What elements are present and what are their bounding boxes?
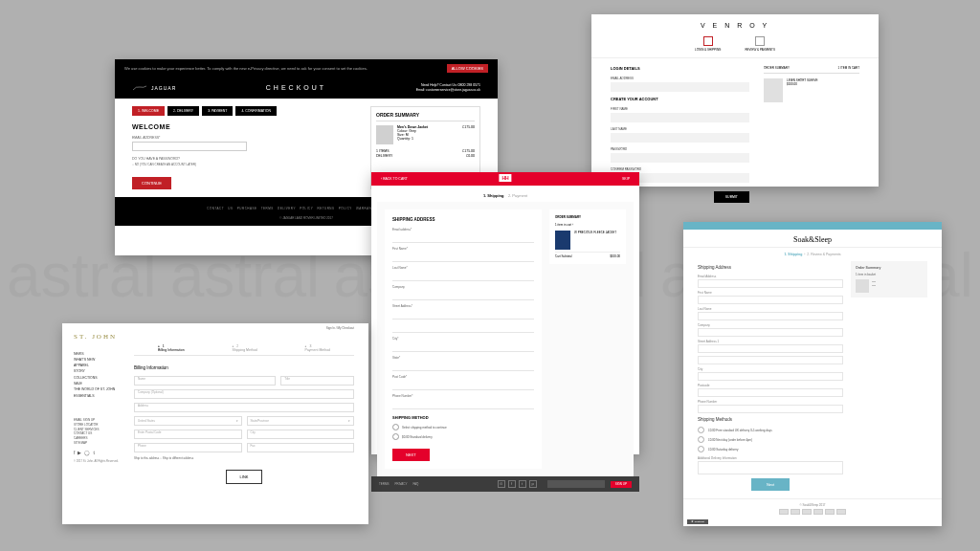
no-account-radio[interactable]: ○ NO (YOU CAN CREATE AN ACCOUNT LATER) <box>132 163 361 166</box>
checkout-title: CHECKOUT <box>266 84 326 91</box>
email-input[interactable] <box>698 279 843 288</box>
street2-input[interactable] <box>392 323 534 333</box>
facebook-icon[interactable]: f <box>508 480 516 488</box>
tab-review-payments[interactable]: REVIEW & PAYMENTS <box>745 36 775 52</box>
soak-sleep-checkout-screenshot: Soak&Sleep 1. Shipping › 2. Review & Pay… <box>683 222 942 526</box>
zip-input[interactable]: Enter Postal Code <box>134 430 242 439</box>
trustpilot-badge[interactable]: ★ Trustpilot <box>687 519 708 524</box>
title-input[interactable]: Title <box>280 376 354 386</box>
nav-item[interactable]: ESSENTIALS <box>74 393 129 399</box>
next-button[interactable]: NEXT <box>392 449 430 461</box>
link-button[interactable]: LINK <box>226 470 263 484</box>
skip-link[interactable]: SKIP <box>622 177 630 181</box>
street2-input[interactable] <box>698 356 843 364</box>
street1-input[interactable] <box>392 310 534 320</box>
phone-input[interactable] <box>392 400 534 409</box>
brand-color-bar <box>683 222 942 230</box>
phone-input[interactable] <box>698 405 843 413</box>
footer: © Soak&Sleep 2017 <box>683 498 942 518</box>
back-to-cart-link[interactable]: ‹ BACK TO CART <box>381 177 408 181</box>
cookie-bar: We use cookies to make your experience b… <box>115 59 498 77</box>
postcode-input[interactable] <box>392 381 534 390</box>
name-input[interactable]: Name <box>134 376 276 386</box>
phone-input[interactable]: Phone <box>134 443 242 452</box>
lastname-input[interactable] <box>611 133 749 143</box>
shipping-method-1[interactable]: Select shipping method to continue <box>392 424 534 430</box>
fax-input[interactable]: Fax <box>247 443 355 452</box>
step-payment[interactable]: 2. Payment <box>508 193 527 198</box>
instagram-icon[interactable]: ⊙ <box>498 480 505 488</box>
venroy-logo: V E N R O Y <box>591 22 879 29</box>
firstname-input[interactable] <box>392 253 534 262</box>
tab-shipping-method[interactable]: 2 Shipping Method <box>233 344 257 352</box>
subscribe-button[interactable]: SIGN UP <box>611 481 632 488</box>
twitter-icon[interactable]: t <box>519 480 526 488</box>
item-name: W PRECIOUS FLEECE JACKET <box>574 231 616 250</box>
password-question: DO YOU HAVE A PASSWORD? <box>132 157 361 161</box>
submit-button[interactable]: SUBMIT <box>714 191 749 203</box>
firstname-input[interactable] <box>611 113 749 122</box>
continue-button[interactable]: CONTINUE <box>132 177 171 189</box>
delivery-info-textarea[interactable] <box>698 461 843 474</box>
item-thumbnail <box>764 78 783 102</box>
sign-in-link[interactable]: Sign In / My Checkout <box>326 326 354 330</box>
item-price: £175.00 <box>462 125 475 144</box>
lastname-input[interactable] <box>392 272 534 281</box>
jaguar-leaper-icon <box>132 84 147 92</box>
state-input[interactable] <box>392 362 534 371</box>
email-input[interactable] <box>132 142 247 151</box>
email-input[interactable] <box>392 233 534 243</box>
step-payment[interactable]: 3. PAYMENT <box>202 106 233 116</box>
item-thumbnail <box>376 125 393 144</box>
shipping-method-2[interactable]: £0.00 Next day (order before 4pm) <box>698 436 843 443</box>
step-shipping[interactable]: 1. Shipping <box>784 253 802 256</box>
summary-heading: ORDER SUMMARY <box>764 66 790 70</box>
lastname-input[interactable] <box>698 312 843 320</box>
help-contact: Need Help? Contact Us: 0800 298 0571 Ema… <box>416 83 480 93</box>
tab-login-shipping[interactable]: LOGIN & SHIPPING <box>695 36 721 52</box>
item-thumbnail <box>856 279 869 293</box>
step-shipping[interactable]: 1. Shipping <box>483 193 504 198</box>
ship-to-radios[interactable]: Ship to this address ○ Ship to different… <box>134 456 354 460</box>
item-meta: Colour: Grey Size: M Quantity: 1 <box>397 129 428 141</box>
email-input[interactable] <box>611 82 749 92</box>
pinterest-icon[interactable]: p <box>529 480 537 488</box>
header: JAGUAR CHECKOUT Need Help? Contact Us: 0… <box>115 77 498 99</box>
create-account-heading: CREATE YOUR ACCOUNT <box>611 97 749 101</box>
step-review[interactable]: 2. Review & Payments <box>807 253 840 256</box>
tab-billing[interactable]: 1 Billing Information <box>158 344 185 352</box>
street1-input[interactable] <box>698 344 843 353</box>
state-select[interactable]: State/Province <box>247 416 355 426</box>
soak-sleep-logo: Soak&Sleep <box>683 230 942 248</box>
step-delivery[interactable]: 2. DELIVERY <box>167 106 199 116</box>
youtube-icon[interactable]: ▶ <box>78 449 81 456</box>
stjohn-checkout-screenshot: ST. JOHN NEWS WHAT'S NEW APPAREL STORY C… <box>62 323 368 524</box>
shipping-method-1[interactable]: £0.00 Free standard UK delivery 3-5 work… <box>698 427 843 433</box>
company-input[interactable] <box>698 328 843 337</box>
firstname-input[interactable] <box>698 296 843 304</box>
city-input[interactable]: City <box>247 430 355 439</box>
country-select[interactable]: United States <box>134 416 242 426</box>
next-button[interactable]: Next <box>751 478 790 491</box>
cookie-text: We use cookies to make your experience b… <box>124 66 368 71</box>
address-input[interactable]: Address <box>134 403 354 412</box>
tab-payment-method[interactable]: 3 Payment Method <box>305 344 330 352</box>
city-input[interactable] <box>392 342 534 352</box>
sidebar-nav: ST. JOHN NEWS WHAT'S NEW APPAREL STORY C… <box>62 323 129 524</box>
step-welcome[interactable]: 1. WELCOME <box>132 106 165 116</box>
shipping-method-2[interactable]: $0.00 Standard delivery <box>392 433 534 440</box>
city-input[interactable] <box>698 372 843 381</box>
password-input[interactable] <box>611 153 749 163</box>
twitter-icon[interactable]: t <box>93 449 94 456</box>
shipping-method-3[interactable]: £0.00 Saturday delivery <box>698 446 843 452</box>
welcome-heading: WELCOME <box>132 123 361 130</box>
instagram-icon[interactable]: ◯ <box>84 449 90 456</box>
step-confirmation[interactable]: 4. CONFIRMATION <box>235 106 277 116</box>
company-input[interactable] <box>392 291 534 300</box>
allow-cookies-button[interactable]: ALLOW COOKIES <box>447 64 488 73</box>
company-input[interactable]: Company (Optional) <box>134 389 354 399</box>
facebook-icon[interactable]: f <box>74 449 75 456</box>
postcode-input[interactable] <box>698 388 843 397</box>
newsletter-input[interactable] <box>547 480 605 488</box>
header: ‹ BACK TO CART HH SKIP <box>371 172 639 186</box>
